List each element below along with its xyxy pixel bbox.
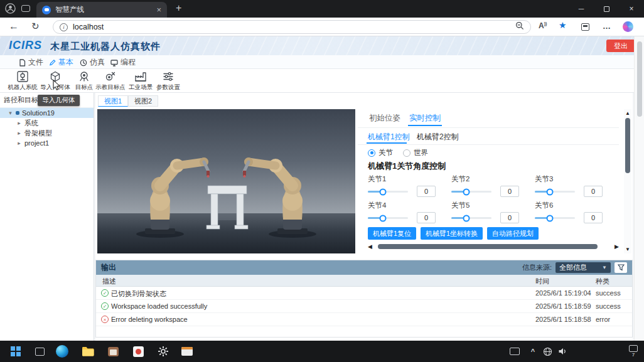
view-tab-1[interactable]: 视图1 <box>98 95 128 107</box>
joint5-slider[interactable] <box>451 217 491 219</box>
tab-close-icon[interactable]: × <box>156 5 161 14</box>
collections-icon[interactable] <box>581 23 589 31</box>
slider-handle[interactable] <box>463 215 470 221</box>
tray-expand-icon[interactable]: ^ <box>526 341 540 362</box>
logout-button[interactable]: 登出 <box>606 40 635 52</box>
joint6-slider[interactable] <box>535 217 575 219</box>
tree-item-solution[interactable]: ▾ Solution19 <box>0 108 94 118</box>
taskbar-settings-button[interactable] <box>153 341 173 362</box>
touch-keyboard-icon[interactable] <box>506 341 523 362</box>
site-info-icon[interactable]: i <box>60 23 68 31</box>
copilot-icon[interactable] <box>623 21 633 32</box>
taskbar-edge-button[interactable] <box>53 341 72 362</box>
scrollbar-thumb[interactable] <box>378 244 598 249</box>
window-maximize-button[interactable] <box>594 0 619 18</box>
info-source-select[interactable]: 全部信息 ▼ <box>555 262 611 273</box>
joint-control-title: 机械臂1关节角度控制 <box>368 161 446 172</box>
volume-icon[interactable] <box>555 341 570 362</box>
horizontal-scrollbar[interactable]: ◀ ▶ <box>368 243 619 250</box>
caret-down-icon[interactable]: ▾ <box>8 110 13 116</box>
arm1-coordinate-transform-button[interactable]: 机械臂1坐标转换 <box>421 227 483 240</box>
radio-joint-mode[interactable]: 关节 <box>368 148 393 157</box>
slider-handle[interactable] <box>547 215 554 221</box>
tab-title: 智慧产线 <box>55 5 152 14</box>
tab-arm1-control[interactable]: 机械臂1控制 <box>368 132 410 142</box>
joint2-slider[interactable] <box>451 191 491 193</box>
auto-path-planning-button[interactable]: 自动路径规划 <box>487 227 539 240</box>
view-tab-2[interactable]: 视图2 <box>128 95 158 107</box>
caret-right-icon[interactable]: ▸ <box>16 120 22 126</box>
new-tab-button[interactable]: + <box>176 3 181 14</box>
output-row[interactable]: ✓ Workspace loaded successfully 2025/6/1… <box>96 300 632 313</box>
joint1-slider[interactable] <box>368 191 408 193</box>
tree-item-skeleton-model[interactable]: ▸ 骨架模型 <box>0 128 94 138</box>
address-bar[interactable]: i localhost <box>53 20 531 34</box>
taskbar-media-button[interactable] <box>177 341 197 362</box>
arm1-reset-button[interactable]: 机械臂1复位 <box>368 227 416 240</box>
joint3-value-input[interactable] <box>584 186 603 197</box>
caret-right-icon[interactable]: ▸ <box>16 130 22 136</box>
slider-handle[interactable] <box>463 188 470 195</box>
taskbar-app-button[interactable] <box>128 341 148 362</box>
menu-tab-programming[interactable]: 编程 <box>110 57 136 68</box>
clock-icon <box>80 59 87 67</box>
toolbar-teach-target[interactable]: 示教目标点 <box>94 70 127 92</box>
network-icon[interactable] <box>540 341 555 362</box>
output-row[interactable]: × Error deleting workspace 2025/6/1 15:1… <box>96 313 632 326</box>
browser-tab[interactable]: 智慧产线 × <box>36 2 167 18</box>
vertical-scrollbar[interactable]: ▲ ▼ <box>624 109 631 253</box>
joint4-value-input[interactable] <box>417 212 436 223</box>
toolbar-robot-system[interactable]: 机器人系统 <box>6 70 39 92</box>
slider-handle[interactable] <box>547 188 554 195</box>
slider-handle[interactable] <box>380 215 387 221</box>
success-icon: ✓ <box>101 289 109 297</box>
joint2-value-input[interactable] <box>500 186 519 197</box>
scrollbar-thumb[interactable] <box>637 41 642 117</box>
zoom-icon[interactable] <box>515 21 524 33</box>
browser-profile-icon[interactable] <box>5 3 16 16</box>
tab-favicon <box>42 6 51 14</box>
toolbar-parameter-settings[interactable]: 参数设置 <box>152 70 185 92</box>
radio-unselected-icon[interactable] <box>403 149 411 157</box>
caret-right-icon[interactable]: ▸ <box>16 140 22 146</box>
tab-realtime-control[interactable]: 实时控制 <box>409 113 441 124</box>
read-aloud-icon[interactable]: A)) <box>539 21 547 30</box>
page-scrollbar[interactable] <box>634 36 644 341</box>
clear-output-button[interactable] <box>614 262 627 273</box>
joint1-value-input[interactable] <box>417 186 436 197</box>
browser-menu-icon[interactable]: … <box>603 21 611 31</box>
menu-tab-file[interactable]: 文件 <box>19 57 43 68</box>
radio-selected-icon[interactable] <box>368 149 375 157</box>
task-view-button[interactable] <box>30 341 49 362</box>
radio-world-mode[interactable]: 世界 <box>403 148 428 157</box>
joint6-value-input[interactable] <box>584 212 603 223</box>
joint5-value-input[interactable] <box>500 212 519 223</box>
tab-list-icon[interactable] <box>21 5 30 12</box>
tab-initial-pose[interactable]: 初始位姿 <box>369 113 400 124</box>
back-icon[interactable]: ← <box>9 21 19 32</box>
notification-center-button[interactable]: 7 <box>625 341 641 362</box>
window-close-button[interactable]: × <box>619 0 644 18</box>
output-row[interactable]: ✓ 已切换到骨架状态 2025/6/1 15:19:04 success <box>96 287 632 300</box>
url-text[interactable]: localhost <box>73 23 510 31</box>
scroll-right-icon[interactable]: ▶ <box>614 243 619 250</box>
taskbar-app-button[interactable] <box>103 341 123 362</box>
scroll-up-icon[interactable]: ▲ <box>625 110 630 116</box>
start-button[interactable] <box>5 341 26 362</box>
window-minimize-button[interactable]: ─ <box>569 0 594 18</box>
scrollbar-thumb[interactable] <box>625 118 630 173</box>
favorite-star-icon[interactable]: ★ <box>559 20 567 30</box>
3d-viewport[interactable] <box>97 109 355 253</box>
taskbar-explorer-button[interactable] <box>78 341 98 362</box>
menu-tab-simulation[interactable]: 仿真 <box>80 57 105 68</box>
menu-tab-basic[interactable]: 基本 <box>49 57 73 68</box>
tree-item-project1[interactable]: ▸ project1 <box>0 138 94 148</box>
tab-arm2-control[interactable]: 机械臂2控制 <box>417 132 459 142</box>
reload-icon[interactable]: ↻ <box>31 21 40 32</box>
joint3-slider[interactable] <box>535 191 575 193</box>
joint4-slider[interactable] <box>368 217 408 219</box>
scroll-down-icon[interactable]: ▼ <box>625 247 630 252</box>
scroll-left-icon[interactable]: ◀ <box>368 243 372 250</box>
slider-handle[interactable] <box>380 188 387 195</box>
tree-item-system[interactable]: ▸ 系统 <box>0 118 94 128</box>
